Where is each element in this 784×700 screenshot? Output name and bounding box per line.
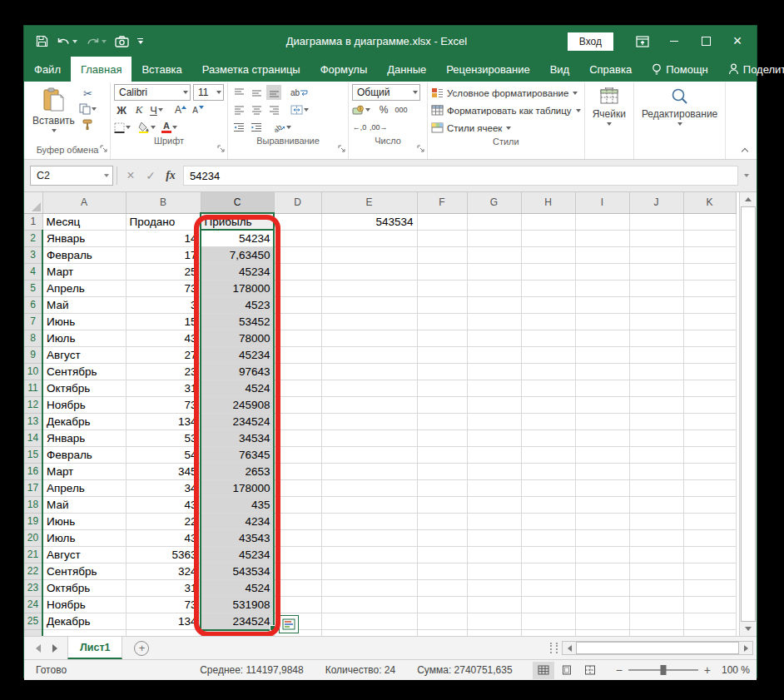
cell-B1[interactable]: Продано [126, 213, 201, 230]
shrink-font-button[interactable]: А [191, 102, 206, 117]
cell-F23[interactable] [417, 579, 467, 596]
cell-E20[interactable] [321, 529, 417, 546]
tab-home[interactable]: Главная [71, 57, 131, 82]
row-header-3[interactable]: 3 [24, 246, 42, 263]
align-bottom-icon[interactable] [266, 85, 281, 100]
cell-G16[interactable] [467, 463, 521, 479]
cell-B24[interactable]: 73 [126, 596, 201, 613]
increase-decimal-icon[interactable]: ←,0 [352, 120, 367, 135]
number-dialog-launcher-icon[interactable] [417, 141, 425, 156]
cell-C13[interactable]: 234524 [201, 413, 274, 429]
cell-F8[interactable] [417, 330, 467, 346]
cell-G26[interactable] [467, 629, 521, 636]
cell-E19[interactable] [321, 513, 417, 529]
cell-H22[interactable] [521, 563, 575, 579]
cell-E24[interactable] [321, 596, 417, 613]
page-break-view-icon[interactable] [579, 662, 601, 679]
horizontal-scroll-thumb[interactable] [576, 642, 739, 654]
cell-A20[interactable]: Июль [42, 529, 126, 546]
cell-G25[interactable] [467, 613, 521, 629]
cell-H11[interactable] [521, 380, 575, 396]
cell-H15[interactable] [521, 446, 575, 463]
row-header-11[interactable]: 11 [24, 380, 42, 396]
cell-J19[interactable] [629, 513, 683, 529]
cell-K1[interactable] [683, 213, 736, 230]
minimize-button[interactable] [660, 30, 688, 53]
cell-I14[interactable] [575, 429, 629, 446]
cell-G12[interactable] [467, 396, 521, 413]
cell-H6[interactable] [521, 296, 575, 313]
cell-J15[interactable] [629, 446, 683, 463]
cell-C22[interactable]: 543534 [201, 563, 274, 579]
cell-A15[interactable]: Февраль [42, 446, 126, 463]
cell-E4[interactable] [321, 263, 417, 280]
cell-I10[interactable] [575, 363, 629, 380]
cell-B23[interactable]: 31 [126, 579, 201, 596]
column-header-D[interactable]: D [274, 192, 321, 213]
paste-button[interactable]: Вставить [28, 84, 79, 145]
cell-A13[interactable]: Декабрь [42, 413, 126, 429]
cell-C1[interactable]: Прибыль [201, 213, 274, 230]
cell-F20[interactable] [417, 529, 467, 546]
cell-D18[interactable] [274, 496, 321, 513]
row-header-8[interactable]: 8 [24, 330, 42, 346]
cell-D13[interactable] [274, 413, 321, 429]
percent-style-icon[interactable]: % [376, 102, 391, 117]
cell-K6[interactable] [683, 296, 736, 313]
cell-B12[interactable]: 73 [126, 396, 201, 413]
cell-H3[interactable] [521, 246, 575, 263]
cell-C16[interactable]: 2653 [201, 463, 274, 479]
cell-B5[interactable]: 73 [126, 280, 201, 296]
tab-share[interactable]: Поделиться [718, 57, 784, 82]
tab-formulas[interactable]: Формулы [310, 57, 378, 82]
column-header-F[interactable]: F [417, 192, 467, 213]
tab-data[interactable]: Данные [377, 57, 436, 82]
cell-H4[interactable] [521, 263, 575, 280]
cell-E18[interactable] [321, 496, 417, 513]
cell-styles-button[interactable]: Стили ячеек [431, 120, 581, 137]
vertical-scrollbar[interactable] [739, 192, 757, 636]
cell-B2[interactable]: 14 [126, 230, 201, 246]
cell-G24[interactable] [467, 596, 521, 613]
row-header-1[interactable]: 1 [24, 213, 42, 230]
cell-F14[interactable] [417, 429, 467, 446]
maximize-button[interactable] [692, 30, 720, 53]
row-header-15[interactable]: 15 [24, 446, 42, 463]
cell-D23[interactable] [274, 579, 321, 596]
cell-G10[interactable] [467, 363, 521, 380]
tab-help[interactable]: Справка [579, 57, 642, 82]
signin-button[interactable]: Вход [568, 32, 613, 51]
cell-I22[interactable] [575, 563, 629, 579]
cell-C18[interactable]: 435 [201, 496, 274, 513]
cell-F17[interactable] [417, 479, 467, 496]
cell-I6[interactable] [575, 296, 629, 313]
cell-K21[interactable] [683, 546, 736, 563]
save-icon[interactable] [36, 35, 48, 47]
row-header-26[interactable] [24, 629, 42, 636]
row-header-17[interactable]: 17 [24, 479, 42, 496]
cell-B21[interactable]: 5363 [126, 546, 201, 563]
cell-J13[interactable] [629, 413, 683, 429]
row-header-9[interactable]: 9 [24, 346, 42, 363]
scroll-down-icon[interactable] [740, 622, 757, 636]
cell-K3[interactable] [683, 246, 736, 263]
decrease-decimal-icon[interactable]: ,00→ [370, 120, 388, 135]
cell-B10[interactable]: 23 [126, 363, 201, 380]
cell-J20[interactable] [629, 529, 683, 546]
cell-D19[interactable] [274, 513, 321, 529]
cell-G8[interactable] [467, 330, 521, 346]
cell-B26[interactable] [126, 629, 201, 636]
cell-F1[interactable] [417, 213, 467, 230]
cell-C20[interactable]: 43543 [201, 529, 274, 546]
cell-B9[interactable]: 27 [126, 346, 201, 363]
cell-J1[interactable] [629, 213, 683, 230]
cell-B20[interactable]: 43 [126, 529, 201, 546]
collapse-ribbon-icon[interactable] [742, 147, 748, 154]
vertical-scroll-thumb[interactable] [741, 206, 756, 622]
cell-G7[interactable] [467, 313, 521, 330]
cell-J14[interactable] [629, 429, 683, 446]
cell-H23[interactable] [521, 579, 575, 596]
tab-file[interactable]: Файл [24, 57, 71, 82]
cell-K2[interactable] [683, 230, 736, 246]
cell-A16[interactable]: Март [42, 463, 126, 479]
